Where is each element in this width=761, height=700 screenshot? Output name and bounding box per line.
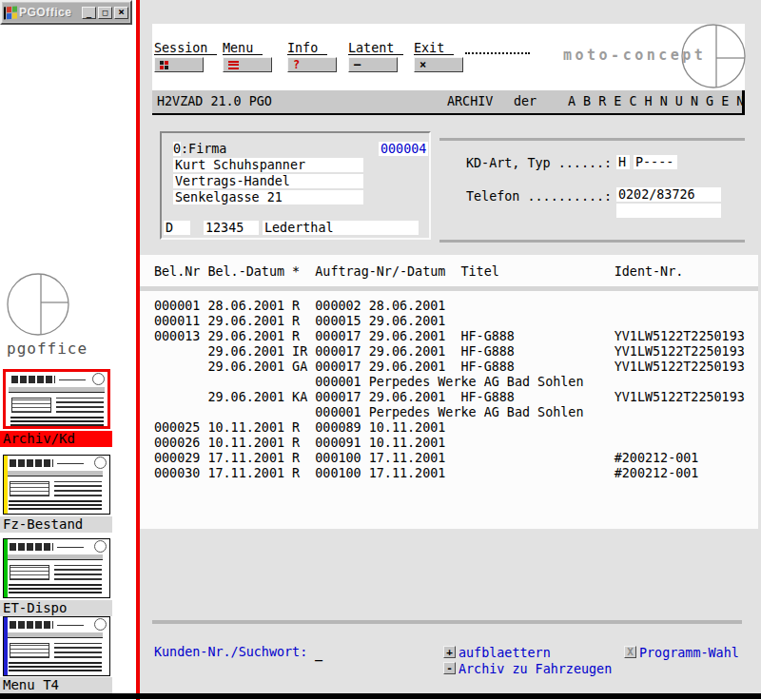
archive-header-rule <box>140 286 758 291</box>
customer-type-label: :Firma <box>181 142 226 156</box>
thumb-logo-circle-icon <box>92 373 105 385</box>
thumb-text-noise <box>10 417 104 426</box>
menu-button[interactable] <box>223 57 272 72</box>
thumb-logo-circle-icon <box>94 540 107 553</box>
menu-item-latent[interactable]: Latent <box>348 41 403 55</box>
table-row: 000029 17.11.2001 R 000100 17.11.2001 #2… <box>154 451 745 466</box>
program-titlebar: H2VZAD 21.0 PGO ARCHIV der A B R E C H N… <box>152 90 745 115</box>
table-row: 000013 29.06.2001 R 000017 29.06.2001 HF… <box>154 329 745 344</box>
thumb-text-noise <box>54 643 102 658</box>
program-id: H2VZAD 21.0 PGO <box>157 94 272 108</box>
windows-logo-icon <box>4 6 17 19</box>
thumb-titlebar <box>7 554 103 560</box>
customer-zip-field[interactable]: 12345 <box>204 221 259 235</box>
x-icon[interactable]: X <box>624 646 636 658</box>
menu-item-session[interactable]: Session <box>154 41 217 55</box>
customer-line2-field[interactable]: Vertrags-Handel <box>173 174 363 188</box>
thumb-text-noise <box>54 481 102 496</box>
telefon-field[interactable]: 0202/83726 <box>616 187 721 202</box>
pgoffice-logo-text: pgoffice <box>7 340 88 358</box>
kd-art-field[interactable]: H <box>616 155 630 169</box>
telefon2-field[interactable] <box>616 204 721 218</box>
sidebar-label-fz-bestand[interactable]: Fz-Bestand <box>0 516 112 533</box>
sidebar-label-et-dispo[interactable]: ET-Dispo <box>0 600 112 616</box>
thumb-form-box <box>11 398 51 413</box>
info-button[interactable]: ? <box>287 57 337 72</box>
footer-rule <box>152 620 742 624</box>
aufblaettern-link[interactable]: aufblaettern <box>459 646 551 660</box>
thumb-logo-circle-icon <box>94 618 107 631</box>
customer-name-field[interactable]: Kurt Schuhspanner <box>173 158 363 172</box>
search-input-cursor[interactable]: _ <box>315 647 322 661</box>
table-row: 29.06.2001 IR 000017 29.06.2001 HF-G888 … <box>154 344 745 360</box>
thumb-rule <box>57 625 84 626</box>
sidebar-thumb-menu-t4[interactable] <box>3 616 110 676</box>
program-select-action: X Programm-Wahl <box>624 646 739 660</box>
thumb-rule <box>57 547 84 548</box>
thumb-menu-buttons <box>10 459 53 467</box>
menu-item-menu[interactable]: Menu <box>223 41 263 55</box>
kd-typ-field[interactable]: P---- <box>634 155 677 169</box>
thumb-form-box <box>10 481 49 496</box>
form-rule-top <box>439 138 745 141</box>
thumb-titlebar <box>7 471 103 476</box>
minus-icon[interactable]: - <box>443 662 456 674</box>
thumb-text-noise <box>9 500 102 510</box>
vehicle-archive-action: - Archiv zu Fahrzeugen <box>443 662 612 676</box>
session-button[interactable] <box>154 57 204 72</box>
thumb-form-box <box>10 565 49 580</box>
kd-art-label: KD-Art, Typ ......: <box>466 156 612 170</box>
thumb-text-noise <box>9 662 102 671</box>
exit-close-icon: × <box>420 60 426 69</box>
close-button[interactable]: × <box>114 7 128 19</box>
menu-item-info[interactable]: Info <box>287 41 327 55</box>
screen-title-archiv: ARCHIV <box>447 94 493 108</box>
search-prompt-label: Kunden-Nr./Suchwort: <box>154 645 307 659</box>
menu-item-exit[interactable]: Exit <box>414 41 454 55</box>
table-row: 000030 17.11.2001 R 000100 17.11.2001 #2… <box>154 466 745 481</box>
customer-type: 0:Firma <box>173 142 226 156</box>
screen-title-abrechnungen: A B R E C H N U N G E N <box>568 94 744 108</box>
archiv-zu-fahrzeugen-link[interactable]: Archiv zu Fahrzeugen <box>459 662 612 676</box>
pgoffice-app: PGOffice _ □ × SessionMenuInfoLatentExit… <box>0 0 761 700</box>
customer-type-code[interactable]: 0 <box>173 142 181 156</box>
plus-icon[interactable]: + <box>443 646 456 658</box>
sidebar-thumb-et-dispo[interactable] <box>3 538 110 598</box>
exit-button[interactable]: × <box>414 57 463 72</box>
archive-rows: 000001 28.06.2001 R 000002 28.06.2001000… <box>154 299 745 481</box>
maximize-button[interactable]: □ <box>98 7 112 19</box>
customer-address-panel: 0:Firma 000004 Kurt Schuhspanner Vertrag… <box>160 131 431 240</box>
minimize-button[interactable]: _ <box>82 7 96 19</box>
programm-wahl-link[interactable]: Programm-Wahl <box>639 646 739 660</box>
thumb-menu-buttons <box>11 376 55 383</box>
thumb-titlebar <box>9 387 105 393</box>
table-row: 000001 28.06.2001 R 000002 28.06.2001 <box>154 299 745 314</box>
pgoffice-logo-circle-icon <box>6 272 72 339</box>
table-row: 000001 Perpedes Werke AG Bad Sohlen <box>154 405 745 420</box>
sidebar-thumb-fz-bestand[interactable] <box>3 455 110 515</box>
thumb-text-noise <box>54 565 102 580</box>
telefon-label: Telefon ..........: <box>466 189 612 204</box>
sidebar-label-archiv-kd[interactable]: Archiv/Kd <box>0 431 112 447</box>
thumb-titlebar <box>7 632 103 638</box>
latent-button[interactable]: — <box>348 57 398 72</box>
session-grid-icon <box>160 61 168 69</box>
thumb-menu-buttons <box>10 621 53 629</box>
thumb-color-stripe <box>4 617 8 675</box>
thumb-color-stripe <box>4 539 8 597</box>
menu-list-icon <box>228 61 239 69</box>
customer-street-field[interactable]: Senkelgasse 21 <box>173 190 363 204</box>
customer-number: 000004 <box>379 142 428 156</box>
sidebar-label-menu-t4[interactable]: Menu T4 <box>0 677 112 693</box>
window-title: PGOffice <box>19 6 80 19</box>
customer-country-field[interactable]: D <box>164 221 190 235</box>
sidebar-thumb-archiv-kd[interactable] <box>3 369 110 429</box>
moto-concept-logo-circle-icon <box>680 23 747 89</box>
bottom-border-bar <box>0 693 761 699</box>
table-row: 29.06.2001 KA 000017 29.06.2001 HF-G888 … <box>154 390 745 405</box>
thumb-rule <box>57 463 84 464</box>
menu-dotted-rule <box>465 42 530 54</box>
table-row: 000026 10.11.2001 R 000091 10.11.2001 <box>154 436 745 451</box>
customer-city-field[interactable]: Lederthal <box>263 221 419 235</box>
window-titlebar[interactable]: PGOffice _ □ × <box>3 3 129 22</box>
